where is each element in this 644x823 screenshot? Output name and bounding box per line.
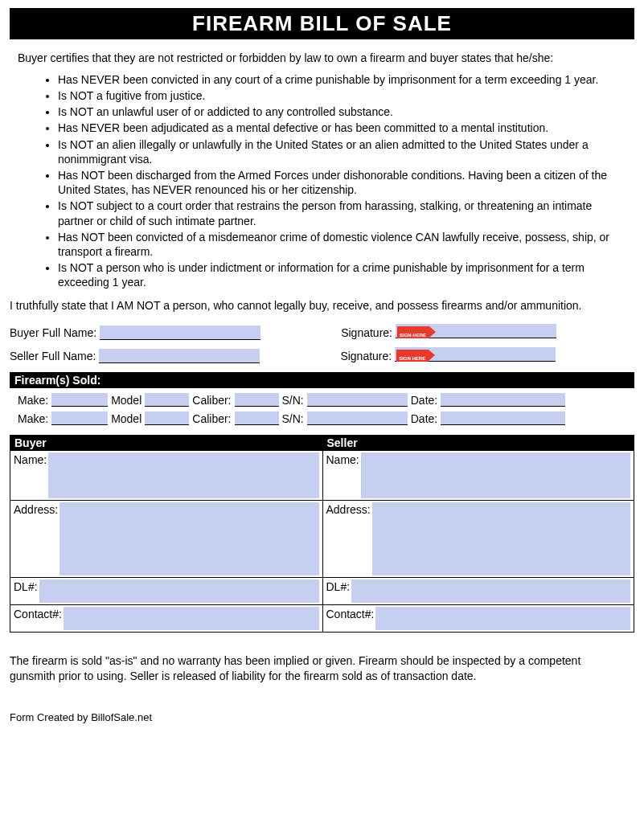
disclaimer-text: The firearm is sold "as-is" and no warra… [10, 653, 626, 684]
buyer-signature-label: Signature: [341, 326, 392, 339]
seller-header: Seller [322, 435, 635, 451]
cert-item: Has NEVER been adjudicated as a mental d… [58, 121, 626, 135]
seller-address-box[interactable] [372, 502, 630, 575]
seller-signature-label: Signature: [340, 350, 392, 362]
firearms-sold-header: Firearm(s) Sold: [10, 372, 634, 388]
buyer-address-cell: Address: [10, 501, 322, 578]
buyer-name-row: Buyer Full Name: Signature: SIGN HERE [10, 324, 626, 341]
cert-item: Is NOT an unlawful user of or addicted t… [58, 104, 626, 119]
cert-item: Is NOT a person who is under indictment … [58, 260, 626, 289]
buyer-dl-box[interactable] [39, 579, 319, 603]
buyer-contact-box[interactable] [64, 607, 319, 630]
seller-contact-box[interactable] [375, 607, 630, 630]
sn-field[interactable] [307, 412, 408, 425]
seller-dl-cell: DL#: [322, 578, 635, 605]
model-field[interactable] [145, 393, 189, 407]
seller-dl-box[interactable] [351, 579, 630, 603]
seller-name-cell: Name: [322, 451, 635, 501]
buyer-name-box[interactable] [48, 452, 318, 498]
sign-here-icon: SIGN HERE [396, 350, 429, 362]
buyer-dl-cell: DL#: [10, 578, 322, 605]
intro-text: Buyer certifies that they are not restri… [18, 51, 626, 66]
cert-item: Has NEVER been convicted in any court of… [58, 72, 626, 87]
seller-name-row: Seller Full Name: Signature: SIGN HERE [10, 347, 626, 364]
seller-address-cell: Address: [322, 501, 635, 578]
buyer-address-box[interactable] [59, 502, 318, 575]
buyer-seller-header: Buyer Seller [10, 435, 634, 451]
caliber-field[interactable] [235, 412, 279, 425]
seller-name-field[interactable] [99, 349, 260, 363]
firearm-row: Make: Model Caliber: S/N: Date: [18, 393, 626, 407]
buyer-header: Buyer [10, 435, 322, 451]
truthful-statement: I truthfully state that I AM NOT a perso… [10, 298, 626, 313]
buyer-name-field[interactable] [100, 326, 260, 340]
certification-list: Has NEVER been convicted in any court of… [42, 72, 626, 290]
date-label: Date: [411, 412, 437, 425]
sn-label: S/N: [282, 394, 304, 407]
buyer-column: Name: Address: DL#: Contact#: [10, 451, 322, 633]
make-field[interactable] [51, 412, 108, 425]
buyer-contact-cell: Contact#: [10, 605, 322, 633]
firearm-row: Make: Model Caliber: S/N: Date: [18, 412, 626, 425]
sn-label: S/N: [282, 412, 304, 425]
make-label: Make: [18, 412, 48, 425]
model-field[interactable] [145, 412, 189, 425]
model-label: Model [111, 412, 142, 425]
page-title: FIREARM BILL OF SALE [10, 8, 634, 39]
sn-field[interactable] [307, 393, 408, 407]
footer-credit: Form Created by BillofSale.net [10, 711, 634, 723]
caliber-label: Caliber: [192, 394, 231, 407]
seller-name-box[interactable] [361, 452, 630, 498]
date-field[interactable] [441, 412, 565, 425]
cert-item: Is NOT a fugitive from justice. [58, 88, 626, 103]
buyer-seller-grid: Name: Address: DL#: Contact#: Name: Addr… [10, 451, 634, 633]
caliber-field[interactable] [235, 393, 279, 407]
buyer-name-label: Buyer Full Name: [10, 326, 96, 339]
seller-name-label: Seller Full Name: [10, 350, 96, 362]
cert-item: Has NOT been convicted of a misdemeanor … [58, 230, 626, 259]
caliber-label: Caliber: [192, 412, 231, 425]
buyer-name-cell: Name: [10, 451, 322, 501]
model-label: Model [111, 394, 142, 407]
cert-item: Is NOT an alien illegally or unlawfully … [58, 137, 626, 166]
date-label: Date: [411, 394, 437, 407]
make-label: Make: [18, 394, 48, 407]
cert-item: Is NOT subject to a court order that res… [58, 199, 626, 227]
seller-column: Name: Address: DL#: Contact#: [322, 451, 635, 633]
sign-here-icon: SIGN HERE [397, 326, 429, 338]
date-field[interactable] [441, 393, 565, 407]
cert-item: Has NOT been discharged from the Armed F… [58, 168, 626, 197]
seller-contact-cell: Contact#: [322, 605, 635, 633]
make-field[interactable] [51, 393, 108, 407]
